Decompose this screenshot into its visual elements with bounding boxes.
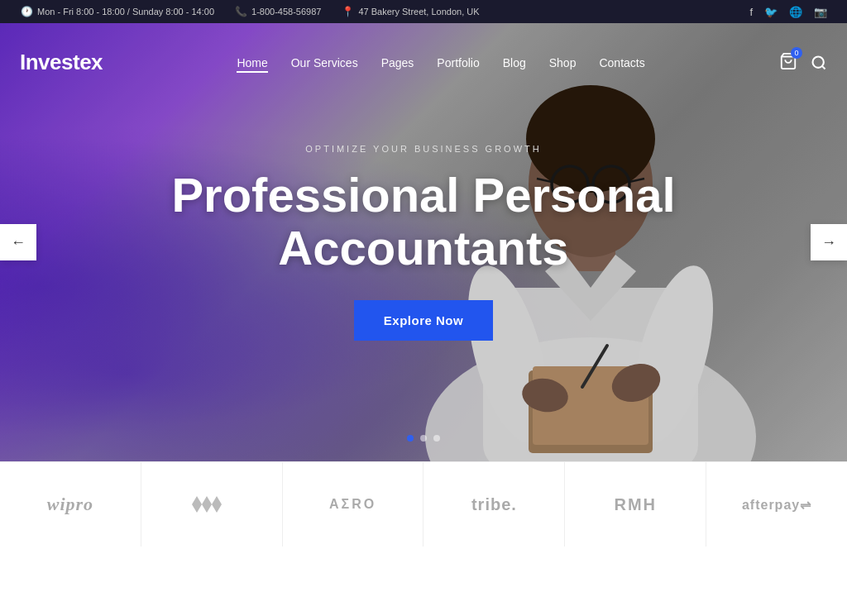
partner-afterpay: afterpay⇌: [706, 462, 847, 547]
slider-dot-2[interactable]: [420, 435, 427, 442]
search-icon[interactable]: [811, 55, 827, 71]
partner-rmh: RMH: [565, 462, 706, 547]
globe-icon[interactable]: 🌐: [789, 6, 802, 18]
chevron-right-icon: →: [821, 234, 836, 251]
nav-link-blog[interactable]: Blog: [503, 56, 526, 69]
nav-item-contacts[interactable]: Contacts: [599, 55, 644, 70]
nav-link-pages[interactable]: Pages: [381, 56, 414, 69]
instagram-icon[interactable]: 📷: [814, 6, 827, 18]
svg-marker-21: [202, 496, 212, 513]
navbar: Investex Home Our Services Pages Portfol…: [0, 50, 847, 75]
partner-aero: AΣRO: [283, 462, 424, 547]
hero-title: Professional Personal Accountants: [151, 169, 696, 275]
slider-dot-3[interactable]: [433, 435, 440, 442]
address-text: 47 Bakery Street, London, UK: [358, 7, 479, 17]
nav-links: Home Our Services Pages Portfolio Blog S…: [237, 55, 644, 70]
nav-item-pages[interactable]: Pages: [381, 55, 414, 70]
nav-item-portfolio[interactable]: Portfolio: [437, 55, 479, 70]
svg-line-19: [822, 65, 825, 69]
tribe-logo: tribe.: [471, 495, 517, 514]
hours-item: 🕐 Mon - Fri 8:00 - 18:00 / Sunday 8:00 -…: [20, 5, 214, 18]
top-bar-left: 🕐 Mon - Fri 8:00 - 18:00 / Sunday 8:00 -…: [20, 5, 480, 18]
svg-marker-22: [212, 496, 222, 513]
address-item: 📍 47 Bakery Street, London, UK: [341, 5, 479, 18]
svg-point-18: [813, 56, 824, 67]
nav-item-services[interactable]: Our Services: [291, 55, 358, 70]
top-bar-social: f 🐦 🌐 📷: [749, 6, 827, 18]
partners-section: wipro AΣRO tribe. RMH afterpay⇌: [0, 461, 847, 547]
diamond-shapes: [190, 494, 233, 514]
nav-item-shop[interactable]: Shop: [549, 55, 577, 70]
slider-next-button[interactable]: →: [811, 224, 847, 260]
nav-right: 0: [779, 52, 827, 74]
clock-icon: 🕐: [20, 5, 33, 18]
twitter-icon[interactable]: 🐦: [764, 6, 778, 18]
facebook-icon[interactable]: f: [749, 6, 753, 18]
chevron-left-icon: ←: [11, 234, 26, 251]
hero-subtitle: Optimize Your Business Growth: [151, 144, 696, 154]
rmh-logo: RMH: [614, 495, 657, 514]
nav-link-services[interactable]: Our Services: [291, 56, 358, 69]
slider-dots: [407, 435, 440, 442]
site-logo[interactable]: Investex: [20, 50, 103, 75]
cart-badge: 0: [791, 47, 802, 59]
nav-link-portfolio[interactable]: Portfolio: [437, 56, 479, 69]
cart-button[interactable]: 0: [779, 52, 797, 74]
hours-text: Mon - Fri 8:00 - 18:00 / Sunday 8:00 - 1…: [37, 7, 214, 17]
phone-text: 1-800-458-56987: [251, 7, 321, 17]
afterpay-logo: afterpay⇌: [742, 497, 811, 513]
explore-button[interactable]: Explore Now: [354, 300, 493, 341]
hero-content: Optimize Your Business Growth Profession…: [134, 144, 713, 341]
top-bar: 🕐 Mon - Fri 8:00 - 18:00 / Sunday 8:00 -…: [0, 0, 847, 23]
nav-link-home[interactable]: Home: [237, 56, 267, 73]
slider-dot-1[interactable]: [407, 435, 414, 442]
hero-section: Investex Home Our Services Pages Portfol…: [0, 23, 847, 461]
wipro-logo: wipro: [47, 494, 93, 515]
partner-wipro: wipro: [0, 462, 141, 547]
phone-item: 📞 1-800-458-56987: [234, 5, 321, 18]
phone-icon: 📞: [234, 5, 247, 18]
slider-prev-button[interactable]: ←: [0, 224, 36, 260]
nav-link-shop[interactable]: Shop: [549, 56, 577, 69]
partner-diamonds: [141, 462, 283, 547]
nav-item-blog[interactable]: Blog: [503, 55, 526, 70]
hero-wrapper: Investex Home Our Services Pages Portfol…: [0, 23, 847, 461]
diamonds-logo: [190, 494, 233, 514]
nav-link-contacts[interactable]: Contacts: [599, 56, 644, 69]
svg-marker-20: [192, 496, 202, 513]
location-icon: 📍: [341, 5, 354, 18]
partner-tribe: tribe.: [424, 462, 565, 547]
aero-logo: AΣRO: [329, 497, 376, 512]
nav-item-home[interactable]: Home: [237, 55, 267, 70]
